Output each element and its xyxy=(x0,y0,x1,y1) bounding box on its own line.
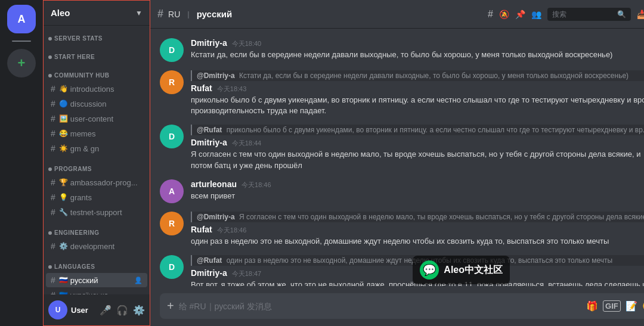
channel-flag: RU xyxy=(168,10,180,19)
message-group: D @Rufat один раз в неделю это не выходн… xyxy=(160,255,644,286)
message-group: D Dmitriy-a 今天18:40 Кстати да, если бы в… xyxy=(160,38,644,62)
message-time: 今天18:46 xyxy=(242,181,271,190)
section-label-start-here: START HERE xyxy=(44,44,150,63)
channel-grants[interactable]: # 💡 grants xyxy=(46,190,147,204)
chat-header-right: # 🔕 📌 👥 🔍 📥 ? xyxy=(488,8,644,21)
inbox-icon[interactable]: 📥 xyxy=(637,10,644,19)
add-attachment-icon[interactable]: + xyxy=(167,299,174,313)
message-text: прикольно было б с двумя уикендами, во в… xyxy=(191,95,644,116)
chat-input-area: + 🎁 GIF 📝 😊 xyxy=(150,286,644,326)
section-label-languages: LANGUAGES xyxy=(44,254,150,272)
search-box: 🔍 xyxy=(547,8,631,21)
watermark-text: Aleo中文社区 xyxy=(444,264,503,277)
hash-icon: # xyxy=(51,241,55,251)
server-icon-add[interactable]: + xyxy=(7,49,36,77)
channel-hash-icon: # xyxy=(157,8,163,20)
message-content: arturleonau 今天18:46 всем привет xyxy=(191,179,644,203)
reply-preview: @Rufat прикольно было б с двумя уикендам… xyxy=(191,125,644,135)
hash-icon: # xyxy=(51,99,55,108)
message-time: 今天18:43 xyxy=(217,85,247,94)
message-group: A arturleonau 今天18:46 всем привет xyxy=(160,179,644,203)
section-label-engineering: ENGINEERING xyxy=(44,220,150,238)
channel-russian[interactable]: # 🇷🇺 русский 👤 xyxy=(46,273,147,287)
search-icon: 🔍 xyxy=(617,10,626,18)
chat-body: D Dmitriy-a 今天18:40 Кстати да, если бы в… xyxy=(150,29,644,286)
hash-icon: # xyxy=(51,129,55,138)
message-text: один раз в неделю это не выходной, домаш… xyxy=(191,236,644,247)
pipe-divider: | xyxy=(187,10,189,18)
sidebar-header[interactable]: Aleo ▼ xyxy=(44,1,150,26)
main-chat: # RU | русский # 🔕 📌 👥 🔍 📥 ? D xyxy=(150,0,644,326)
hash-icon: # xyxy=(51,178,55,187)
watermark: 💬 Aleo中文社区 xyxy=(413,256,510,284)
chevron-down-icon: ▼ xyxy=(135,9,143,17)
avatar: D xyxy=(160,255,184,279)
channel-development[interactable]: # ⚙️ development xyxy=(46,239,147,253)
channel-ambassador[interactable]: # 🏆 ambassador-prog... xyxy=(46,175,147,190)
footer-username: User xyxy=(71,306,96,315)
section-label-server-stats: SERVER STATS xyxy=(44,26,150,44)
channel-user-content[interactable]: # 🖼️ user-content xyxy=(46,111,147,126)
gift-icon[interactable]: 🎁 xyxy=(586,300,598,312)
channel-discussion[interactable]: # 🔵 discussion xyxy=(46,97,147,111)
chat-channel-name: русский xyxy=(197,9,233,19)
hash-icon: # xyxy=(51,144,55,153)
message-time: 今天18:44 xyxy=(232,139,262,148)
message-content: @Dmitriy-a Кстати да, если бы в середине… xyxy=(191,70,644,116)
message-author: Dmitriy-a xyxy=(191,38,227,48)
section-label-programs: PROGRAMS xyxy=(44,156,150,175)
chat-input-field[interactable] xyxy=(179,302,581,311)
avatar: D xyxy=(160,38,184,62)
avatar: R xyxy=(160,70,184,94)
message-author: Dmitriy-a xyxy=(191,138,227,147)
chat-input-box: + 🎁 GIF 📝 😊 xyxy=(160,293,644,319)
avatar: R xyxy=(160,212,184,235)
settings-icon[interactable]: ⚙️ xyxy=(133,305,145,316)
message-time: 今天18:47 xyxy=(232,269,262,278)
message-content: @Rufat прикольно было б с двумя уикендам… xyxy=(191,125,644,170)
chat-header: # RU | русский # 🔕 📌 👥 🔍 📥 ? xyxy=(150,0,644,29)
message-group: D @Rufat прикольно было б с двумя уикенд… xyxy=(160,125,644,170)
hash-icon: # xyxy=(51,193,55,202)
bell-icon[interactable]: 🔕 xyxy=(499,10,509,19)
message-author: Rufat xyxy=(191,225,212,234)
avatar: D xyxy=(160,125,184,148)
message-text: Я согласен с тем что один выходной в нед… xyxy=(191,149,644,170)
channel-gm-gn[interactable]: # ☀️ gm & gn xyxy=(46,141,147,156)
message-time: 今天18:46 xyxy=(217,226,247,235)
message-text: всем привет xyxy=(191,191,644,201)
server-list: A + xyxy=(0,0,43,326)
message-author: Dmitriy-a xyxy=(191,268,227,278)
channel-testnet-support[interactable]: # 🔧 testnet-support xyxy=(46,205,147,219)
wechat-icon: 💬 xyxy=(420,260,439,280)
message-group: R @Dmitriy-a Я согласен с тем что один в… xyxy=(160,212,644,247)
hash-icon: # xyxy=(51,207,55,217)
reply-preview: @Dmitriy-a Я согласен с тем что один вых… xyxy=(191,212,644,222)
message-time: 今天18:40 xyxy=(232,39,262,48)
hashtag-icon[interactable]: # xyxy=(488,9,493,20)
channel-ukrainian[interactable]: # 🇺🇦 українська xyxy=(46,288,147,294)
sidebar: Aleo ▼ SERVER STATS START HERE COMMUNITY… xyxy=(43,0,150,326)
members-icon[interactable]: 👥 xyxy=(531,10,541,19)
server-icon-aleo[interactable]: A xyxy=(7,5,36,33)
footer-icons: 🎤 🎧 ⚙️ xyxy=(100,305,145,316)
sticker-icon[interactable]: 📝 xyxy=(626,300,637,312)
search-input[interactable] xyxy=(552,10,614,18)
sidebar-footer: U User 🎤 🎧 ⚙️ xyxy=(44,294,150,325)
message-author: arturleonau xyxy=(191,179,237,189)
avatar: A xyxy=(160,179,184,203)
hash-icon: # xyxy=(51,114,55,123)
sidebar-title: Aleo xyxy=(51,8,70,18)
message-author: Rufat xyxy=(191,83,212,93)
hash-icon: # xyxy=(51,275,55,285)
gif-icon[interactable]: GIF xyxy=(603,300,621,312)
pin-icon[interactable]: 📌 xyxy=(515,10,525,19)
section-label-community-hub: COMMUNITY HUB xyxy=(44,63,150,81)
mute-icon[interactable]: 🎤 xyxy=(100,305,112,316)
headset-icon[interactable]: 🎧 xyxy=(116,305,128,316)
chat-input-icons: 🎁 GIF 📝 😊 xyxy=(586,300,644,312)
channel-memes[interactable]: # 😂 memes xyxy=(46,126,147,141)
sidebar-content: SERVER STATS START HERE COMMUNITY HUB # … xyxy=(44,26,150,294)
channel-introductions[interactable]: # 👋 introductions xyxy=(46,82,147,96)
message-content: @Dmitriy-a Я согласен с тем что один вых… xyxy=(191,212,644,247)
